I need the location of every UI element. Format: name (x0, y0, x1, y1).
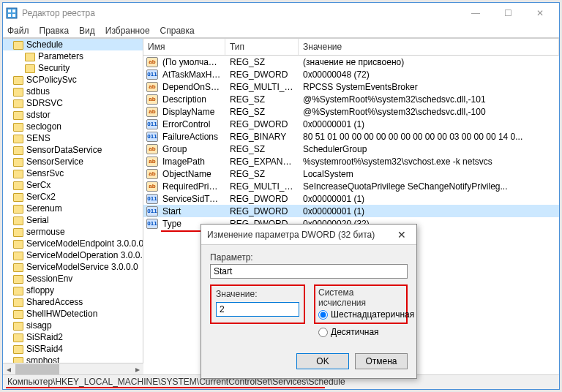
value-row[interactable]: abDescriptionREG_SZ@%SystemRoot%\system3… (143, 93, 559, 105)
value-type-icon: 011 (146, 219, 158, 229)
radio-dec[interactable]: Десятичная (314, 325, 408, 339)
tree-item[interactable]: sermouse (3, 226, 143, 238)
value-row[interactable]: abObjectNameREG_SZLocalSystem (143, 167, 559, 180)
value-row[interactable]: 011AtTaskMaxHoursREG_DWORD0x00000048 (72… (143, 68, 559, 80)
cell-name: ImagePath (158, 157, 225, 167)
radio-dec-input[interactable] (318, 328, 328, 337)
cell-value: (значение не присвоено) (299, 57, 559, 67)
value-row[interactable]: 011ErrorControlREG_DWORD0x00000001 (1) (143, 118, 559, 130)
value-row[interactable]: abRequiredPrivile...REG_MULTI_SZSeIncrea… (143, 180, 559, 192)
cell-name: AtTaskMaxHours (158, 69, 225, 80)
minimize-button[interactable]: — (460, 3, 492, 23)
radio-hex-input[interactable] (318, 310, 328, 320)
tree-item[interactable]: sdbus (3, 86, 143, 97)
tree-item[interactable]: SiSRaid2 (3, 331, 143, 343)
value-row[interactable]: 011FailureActionsREG_BINARY80 51 01 00 0… (143, 130, 559, 143)
tree-item[interactable]: Security (3, 62, 143, 74)
tree-item[interactable]: seclogon (3, 121, 143, 132)
value-type-icon: ab (146, 107, 158, 117)
radio-hex[interactable]: Шестнадцатеричная (318, 309, 403, 320)
value-type-icon: ab (146, 94, 158, 105)
cell-value: 0x00000001 (1) (299, 194, 559, 204)
tree-item[interactable]: ServiceModelEndpoint 3.0.0.0 (3, 238, 143, 249)
svg-rect-4 (12, 14, 15, 17)
ok-button[interactable]: OK (296, 353, 349, 369)
menu-edit[interactable]: Правка (40, 26, 70, 36)
tree-item[interactable]: Schedule (3, 39, 143, 50)
cell-value: 0x00000001 (1) (299, 206, 559, 216)
folder-icon (13, 333, 23, 342)
tree-item[interactable]: sfloppy (3, 284, 143, 296)
menu-view[interactable]: Вид (79, 26, 95, 36)
cell-name: ErrorControl (158, 119, 225, 129)
cell-type: REG_DWORD (225, 194, 299, 204)
cell-name: FailureActions (158, 132, 225, 142)
param-input[interactable] (210, 264, 408, 279)
col-name[interactable]: Имя (143, 39, 225, 55)
cell-type: REG_EXPAND_SZ (225, 157, 299, 167)
close-button[interactable]: ✕ (524, 3, 556, 23)
tree-item[interactable]: SiSRaid4 (3, 343, 143, 355)
menu-favorites[interactable]: Избранное (105, 26, 150, 36)
cell-name: Description (158, 94, 225, 105)
folder-icon (13, 216, 23, 225)
menu-file[interactable]: Файл (7, 26, 29, 36)
tree-item[interactable]: SerCx (3, 179, 143, 191)
value-row[interactable]: ab(По умолчанию)REG_SZ(значение не присв… (143, 56, 559, 68)
scroll-thumb[interactable] (15, 364, 59, 374)
tree-item[interactable]: SharedAccess (3, 296, 143, 308)
cell-value: SeIncreaseQuotaPrivilege SeChangeNotifyP… (299, 181, 559, 192)
cell-value: 0x00000001 (1) (299, 119, 559, 129)
value-row[interactable]: abDisplayNameREG_SZ@%SystemRoot%\system3… (143, 105, 559, 118)
tree-item[interactable]: Serenum (3, 203, 143, 214)
value-row[interactable]: abImagePathREG_EXPAND_SZ%systemroot%\sys… (143, 155, 559, 167)
value-type-icon: 011 (146, 119, 158, 129)
tree-item[interactable]: SerCx2 (3, 191, 143, 203)
value-type-icon: ab (146, 82, 158, 92)
scroll-left-icon[interactable]: ◂ (3, 363, 15, 375)
col-value[interactable]: Значение (299, 39, 559, 55)
tree-item[interactable]: SessionEnv (3, 273, 143, 284)
cancel-button[interactable]: Отмена (355, 353, 408, 369)
value-row[interactable]: 011ServiceSidTypeREG_DWORD0x00000001 (1) (143, 192, 559, 205)
scroll-right-icon[interactable]: ▸ (132, 363, 143, 375)
value-type-icon: 011 (146, 132, 158, 142)
tree-item[interactable]: ServiceModelOperation 3.0.0.0 (3, 249, 143, 261)
tree-item[interactable]: Serial (3, 214, 143, 226)
svg-rect-1 (8, 10, 11, 12)
tree-item[interactable]: sdstor (3, 109, 143, 121)
tree-item[interactable]: sisagp (3, 320, 143, 331)
folder-icon (13, 193, 23, 202)
value-row[interactable]: 011StartREG_DWORD0x00000001 (1) (143, 205, 559, 217)
cell-name: ObjectName (158, 169, 225, 179)
folder-icon (13, 146, 23, 155)
folder-icon (13, 111, 23, 120)
tree-item[interactable]: SensorDataService (3, 144, 143, 156)
tree-item[interactable]: Parameters (3, 50, 143, 62)
cell-value: 80 51 01 00 00 00 00 00 00 00 00 00 03 0… (299, 132, 559, 142)
tree-item[interactable]: ServiceModelService 3.0.0.0 (3, 261, 143, 273)
tree-scrollbar[interactable]: ◂ ▸ (3, 363, 143, 374)
tree-item[interactable]: SensorService (3, 156, 143, 167)
value-type-icon: ab (146, 181, 158, 192)
tree-item[interactable]: SensrSvc (3, 167, 143, 179)
annotation-redline-status (6, 387, 325, 388)
value-row[interactable]: abDependOnServiceREG_MULTI_SZRPCSS Syste… (143, 80, 559, 93)
menu-help[interactable]: Справка (160, 26, 195, 36)
maximize-button[interactable]: ☐ (492, 3, 524, 23)
dialog-close-icon[interactable]: ✕ (393, 229, 411, 241)
value-input[interactable] (216, 302, 299, 317)
value-type-icon: 011 (146, 69, 158, 80)
value-type-icon: 011 (146, 194, 158, 204)
tree-item[interactable]: SCPolicySvc (3, 74, 143, 86)
tree-item[interactable]: SDRSVC (3, 97, 143, 109)
cell-name: Group (158, 144, 225, 154)
tree-pane[interactable]: ScheduleParametersSecuritySCPolicySvcsdb… (3, 39, 143, 374)
folder-icon (13, 252, 23, 260)
tree-item[interactable]: SENS (3, 132, 143, 144)
value-row[interactable]: abGroupREG_SZSchedulerGroup (143, 143, 559, 155)
col-type[interactable]: Тип (225, 39, 299, 55)
cell-name: ServiceSidType (158, 194, 225, 204)
cell-type: REG_BINARY (225, 132, 299, 142)
tree-item[interactable]: ShellHWDetection (3, 308, 143, 320)
